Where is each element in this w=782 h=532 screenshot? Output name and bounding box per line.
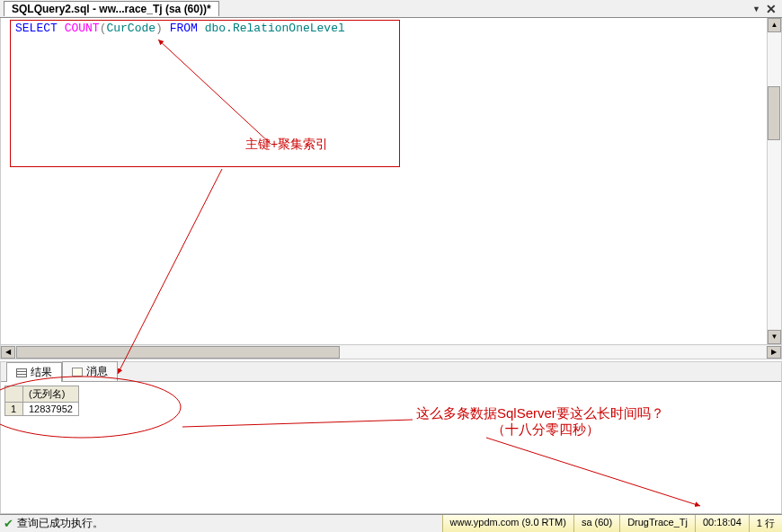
kw-select: SELECT <box>15 22 58 35</box>
close-paren: ) <box>156 22 163 35</box>
annotation-question2: （十八分零四秒） <box>492 421 600 439</box>
status-time: 00:18:04 <box>695 515 749 532</box>
status-left: ✔ 查询已成功执行。 <box>0 516 103 531</box>
results-pane: 结果 消息 (无列名) 1 12837952 这么多条数据SqlServer要这… <box>0 361 782 514</box>
status-right: www.ypdm.com (9.0 RTM) sa (60) DrugTrace… <box>442 515 782 532</box>
tab-results[interactable]: 结果 <box>6 362 62 383</box>
grid-corner <box>5 386 23 403</box>
hscroll-thumb[interactable] <box>16 346 340 359</box>
document-tab[interactable]: SQLQuery2.sql - ww...race_Tj (sa (60))* <box>4 1 219 16</box>
kw-from: FROM <box>170 22 198 35</box>
status-database: DrugTrace_Tj <box>619 515 695 532</box>
editor-vscrollbar[interactable]: ▲ ▼ <box>767 18 781 344</box>
sql-table: dbo.RelationOneLevel <box>205 22 345 35</box>
scroll-right-icon[interactable]: ▶ <box>767 346 781 359</box>
status-success-text: 查询已成功执行。 <box>17 516 103 531</box>
grid-header-col1[interactable]: (无列名) <box>23 386 79 403</box>
message-icon <box>72 368 83 377</box>
vscroll-thumb[interactable] <box>768 86 780 140</box>
annotation-arrow-time <box>1 382 774 517</box>
results-tab-bar: 结果 消息 <box>1 362 781 382</box>
hscroll-track[interactable] <box>16 346 766 359</box>
tab-results-label: 结果 <box>31 365 52 380</box>
tab-messages-label: 消息 <box>86 364 108 379</box>
scroll-down-icon[interactable]: ▼ <box>768 330 781 344</box>
status-bar: ✔ 查询已成功执行。 www.ypdm.com (9.0 RTM) sa (60… <box>0 514 782 532</box>
tab-close-icon[interactable]: ✕ <box>766 2 777 16</box>
document-tab-bar: SQLQuery2.sql - ww...race_Tj (sa (60))* … <box>0 0 782 18</box>
table-row[interactable]: 1 12837952 <box>5 403 79 416</box>
document-tab-title: SQLQuery2.sql - ww...race_Tj (sa (60))* <box>12 3 211 15</box>
results-body: (无列名) 1 12837952 这么多条数据SqlServer要这么长时间吗？… <box>1 382 781 513</box>
status-user: sa (60) <box>573 515 619 532</box>
vscroll-track[interactable] <box>768 32 781 330</box>
result-grid[interactable]: (无列名) 1 12837952 <box>4 386 79 416</box>
annotation-question1: 这么多条数据SqlServer要这么长时间吗？ <box>416 405 664 422</box>
grid-icon <box>16 368 27 377</box>
grid-cell-value[interactable]: 12837952 <box>23 403 79 416</box>
scroll-up-icon[interactable]: ▲ <box>768 18 781 32</box>
svg-line-4 <box>486 438 700 506</box>
sql-editor-content[interactable]: SELECT COUNT(CurCode) FROM dbo.RelationO… <box>15 22 767 344</box>
sql-editor-pane[interactable]: SELECT COUNT(CurCode) FROM dbo.RelationO… <box>0 18 782 359</box>
status-server: www.ypdm.com (9.0 RTM) <box>442 515 573 532</box>
kw-count: COUNT <box>65 22 100 35</box>
tab-messages[interactable]: 消息 <box>62 361 118 382</box>
status-rows: 1 行 <box>749 515 782 532</box>
tab-controls: ▼ ✕ <box>752 2 782 16</box>
tab-dropdown-icon[interactable]: ▼ <box>752 4 760 13</box>
sql-column: CurCode <box>106 22 156 35</box>
grid-rownum: 1 <box>5 403 23 416</box>
scroll-left-icon[interactable]: ◀ <box>1 346 15 359</box>
svg-line-3 <box>182 420 413 427</box>
check-icon: ✔ <box>4 517 13 530</box>
editor-hscrollbar[interactable]: ◀ ▶ <box>1 344 781 359</box>
